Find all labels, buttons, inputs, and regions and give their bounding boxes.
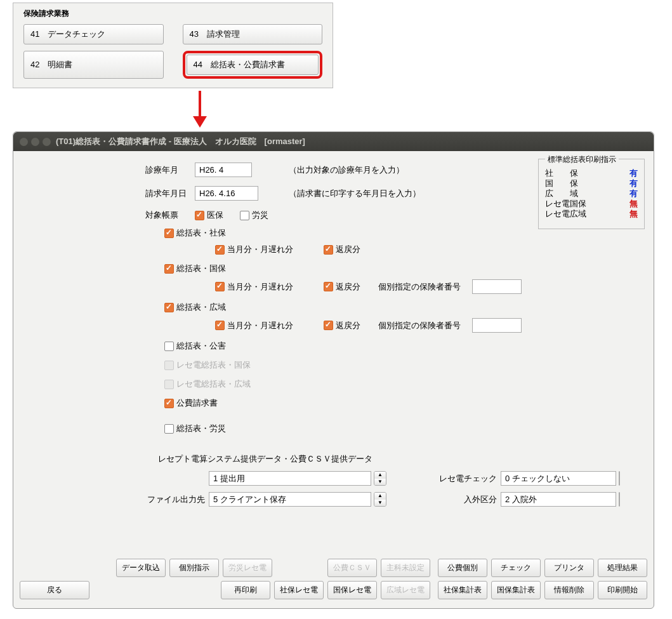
- kouiki-henrei-checkbox[interactable]: [324, 321, 333, 330]
- titlebar: (T01)総括表・公費請求書作成 - 医療法人 オルカ医院 [ormaster]: [13, 132, 654, 151]
- svg-marker-1: [193, 116, 207, 128]
- window-maximize-icon[interactable]: [43, 138, 51, 146]
- nyugai-input[interactable]: [501, 492, 616, 507]
- arrow-annotation: [13, 91, 333, 129]
- rece-check-input[interactable]: [501, 471, 616, 486]
- file-output-spinner[interactable]: ▲▼: [374, 492, 386, 507]
- ym-input[interactable]: [195, 163, 252, 177]
- kouiki-month-checkbox[interactable]: [215, 321, 225, 330]
- menu-btn-41[interactable]: 41 データチェック: [23, 24, 164, 44]
- window-minimize-icon[interactable]: [31, 138, 39, 146]
- kougai-checkbox[interactable]: [164, 342, 174, 351]
- btn-reprint[interactable]: 再印刷: [221, 581, 270, 599]
- btn-kokuho-sum[interactable]: 国保集計表: [491, 581, 541, 599]
- rece-check-spinner[interactable]: ▲▼: [619, 471, 620, 486]
- kokuho-henrei-checkbox[interactable]: [324, 282, 333, 291]
- ym-label: 診療年月: [145, 164, 190, 176]
- btn-kobetsu[interactable]: 個別指示: [169, 559, 219, 577]
- rousai-checkbox[interactable]: [240, 211, 249, 220]
- date-label: 請求年月日: [145, 188, 190, 199]
- submit-type-input[interactable]: [209, 471, 371, 486]
- file-output-input[interactable]: [209, 492, 371, 507]
- btn-kouiki-rece: 広域レセ電: [381, 581, 430, 599]
- menu-btn-43[interactable]: 43 請求管理: [183, 24, 323, 44]
- btn-data-import[interactable]: データ取込: [116, 559, 166, 577]
- rousai-group-checkbox[interactable]: [164, 424, 174, 434]
- btn-shaho-sum[interactable]: 社保集計表: [438, 581, 487, 599]
- panel-title: 保険請求業務: [23, 8, 322, 19]
- kokuho-month-checkbox[interactable]: [215, 282, 225, 291]
- btn-shuka: 主科未設定: [381, 559, 430, 577]
- btn-kouhi-kobetsu[interactable]: 公費個別: [438, 559, 487, 577]
- window-title: (T01)総括表・公費請求書作成 - 医療法人 オルカ医院 [ormaster]: [56, 136, 305, 147]
- shaho-month-checkbox[interactable]: [215, 245, 225, 255]
- menu-btn-44[interactable]: 44 総括表・公費請求書: [187, 55, 319, 75]
- submit-spinner[interactable]: ▲▼: [374, 471, 386, 486]
- print-panel-title: 標準総括表印刷指示: [545, 154, 619, 165]
- btn-result[interactable]: 処理結果: [598, 559, 647, 577]
- btn-check[interactable]: チェック: [491, 559, 541, 577]
- kouiki-insurer-input[interactable]: [472, 318, 522, 333]
- date-input[interactable]: [195, 186, 258, 201]
- ym-hint: （出力対象の診療年月を入力）: [289, 164, 404, 176]
- rece-title: レセプト電算システム提供データ・公費ＣＳＶ提供データ: [158, 453, 642, 465]
- print-instruction-panel: 標準総括表印刷指示 社 保有 国 保有 広 域有 レセ電国保無 レセ電広域無: [538, 159, 645, 229]
- shaho-checkbox[interactable]: [164, 229, 174, 238]
- bottom-toolbar: データ取込 個別指示 労災レセ電 公費ＣＳＶ 主科未設定 公費個別 チェック プ…: [20, 559, 647, 603]
- btn-rousai-rece: 労災レセ電: [223, 559, 272, 577]
- app-window: (T01)総括表・公費請求書作成 - 医療法人 オルカ医院 [ormaster]…: [13, 131, 654, 609]
- btn-printer[interactable]: プリンタ: [544, 559, 594, 577]
- kokuho-checkbox[interactable]: [164, 264, 174, 274]
- kokuho-insurer-input[interactable]: [472, 279, 522, 294]
- menu-btn-44-highlight: 44 総括表・公費請求書: [183, 51, 323, 79]
- window-close-icon[interactable]: [20, 138, 28, 146]
- shaho-henrei-checkbox[interactable]: [324, 245, 333, 255]
- kouiki-checkbox[interactable]: [164, 303, 174, 312]
- rece-kouiki-checkbox: [164, 380, 174, 389]
- target-label: 対象帳票: [145, 210, 178, 221]
- insurance-claim-menu-panel: 保険請求業務 41 データチェック 43 請求管理 42 明細書 44 総括表・…: [13, 3, 333, 88]
- rece-kokuho-checkbox: [164, 361, 174, 370]
- iho-checkbox[interactable]: [195, 211, 204, 220]
- nyugai-spinner[interactable]: ▲▼: [619, 492, 620, 507]
- menu-btn-42[interactable]: 42 明細書: [23, 51, 164, 79]
- date-hint: （請求書に印字する年月日を入力）: [289, 188, 421, 199]
- btn-kokuho-rece[interactable]: 国保レセ電: [327, 581, 377, 599]
- btn-shaho-rece[interactable]: 社保レセ電: [274, 581, 324, 599]
- btn-print-start[interactable]: 印刷開始: [598, 581, 647, 599]
- btn-info-delete[interactable]: 情報削除: [544, 581, 594, 599]
- btn-kouhi-csv: 公費ＣＳＶ: [327, 559, 377, 577]
- kouhi-checkbox[interactable]: [164, 399, 174, 408]
- btn-back[interactable]: 戻る: [20, 581, 89, 599]
